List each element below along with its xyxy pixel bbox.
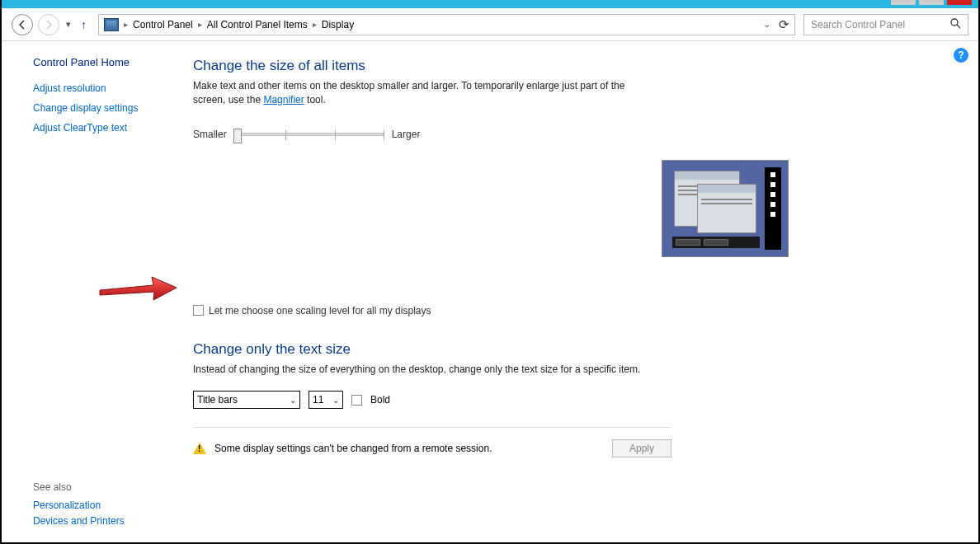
chevron-down-icon: ⌄ xyxy=(290,396,296,405)
breadcrumb-item-2[interactable]: Display xyxy=(322,19,354,30)
apply-button[interactable]: Apply xyxy=(612,439,671,457)
control-panel-icon xyxy=(104,18,119,31)
scaling-slider-row: Smaller Larger xyxy=(193,129,945,140)
desc-text-size: Instead of changing the size of everythi… xyxy=(193,363,655,377)
divider xyxy=(193,427,671,428)
chevron-right-icon: ▸ xyxy=(313,20,317,29)
item-select[interactable]: Title bars⌄ xyxy=(193,391,300,409)
chevron-right-icon: ▸ xyxy=(198,20,202,29)
scaling-checkbox-label[interactable]: Let me choose one scaling level for all … xyxy=(209,305,431,317)
slider-min-label: Smaller xyxy=(193,129,227,140)
see-also-personalization[interactable]: Personalization xyxy=(33,499,172,511)
see-also-devices-printers[interactable]: Devices and Printers xyxy=(33,515,172,527)
bold-label[interactable]: Bold xyxy=(370,394,390,406)
help-icon[interactable]: ? xyxy=(954,48,968,63)
maximize-button[interactable] xyxy=(919,0,944,5)
close-button[interactable] xyxy=(947,0,972,5)
forward-button[interactable] xyxy=(38,14,59,35)
sidebar-link-change-display-settings[interactable]: Change display settings xyxy=(33,102,172,114)
slider-thumb[interactable] xyxy=(233,129,242,143)
search-icon xyxy=(949,17,961,31)
desc-change-size: Make text and other items on the desktop… xyxy=(193,79,655,107)
breadcrumb-item-1[interactable]: All Control Panel Items xyxy=(207,19,308,30)
magnifier-link[interactable]: Magnifier xyxy=(263,94,304,106)
breadcrumb-item-0[interactable]: Control Panel xyxy=(133,19,193,30)
slider-max-label: Larger xyxy=(392,129,421,140)
chevron-right-icon: ▸ xyxy=(124,20,128,29)
svg-line-1 xyxy=(957,25,960,28)
heading-text-size: Change only the text size xyxy=(193,341,945,358)
size-select[interactable]: 11⌄ xyxy=(309,391,343,409)
back-button[interactable] xyxy=(12,14,33,35)
recent-dropdown-icon[interactable]: ▾ xyxy=(64,19,73,30)
control-panel-home-link[interactable]: Control Panel Home xyxy=(33,56,172,68)
bold-checkbox[interactable] xyxy=(351,395,362,406)
minimize-button[interactable] xyxy=(891,0,916,5)
breadcrumb[interactable]: ▸ Control Panel ▸ All Control Panel Item… xyxy=(98,14,795,35)
scaling-slider[interactable] xyxy=(235,133,384,136)
address-bar: ▾ ↑ ▸ Control Panel ▸ All Control Panel … xyxy=(2,8,978,41)
refresh-icon[interactable]: ⟳ xyxy=(779,17,789,32)
history-dropdown-icon[interactable]: ⌄ xyxy=(763,19,770,30)
search-input[interactable]: Search Control Panel xyxy=(803,14,968,35)
chevron-down-icon: ⌄ xyxy=(332,396,339,405)
sidebar-link-adjust-cleartype[interactable]: Adjust ClearType text xyxy=(33,122,172,134)
heading-change-size: Change the size of all items xyxy=(193,58,945,74)
sidebar-link-adjust-resolution[interactable]: Adjust resolution xyxy=(33,82,172,94)
svg-point-0 xyxy=(951,19,958,26)
main-content: ? Change the size of all items Make text… xyxy=(183,41,978,542)
display-preview-image xyxy=(662,160,789,257)
search-placeholder: Search Control Panel xyxy=(811,19,905,30)
scaling-checkbox[interactable] xyxy=(193,305,204,316)
sidebar: Control Panel Home Adjust resolution Cha… xyxy=(2,41,183,542)
see-also-heading: See also xyxy=(33,481,172,493)
up-button[interactable]: ↑ xyxy=(78,18,90,31)
warning-icon xyxy=(193,443,206,454)
warning-text: Some display settings can't be changed f… xyxy=(214,443,492,454)
